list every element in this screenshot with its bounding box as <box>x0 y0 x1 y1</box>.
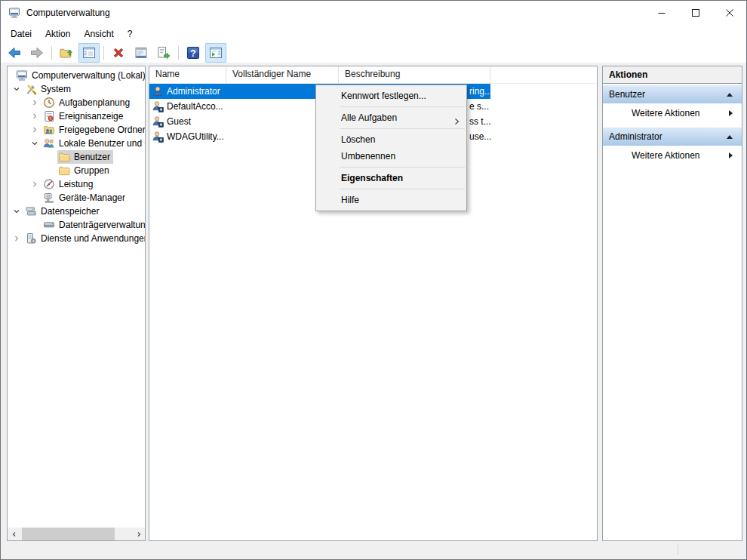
minimize-button[interactable] <box>644 1 678 25</box>
svg-text:?: ? <box>190 48 195 58</box>
list-header: Name Vollständiger Name Beschreibung <box>149 66 597 84</box>
window-controls <box>644 1 746 25</box>
properties-icon <box>134 45 149 60</box>
triangle-right-icon <box>729 110 733 116</box>
actions-section-benutzer[interactable]: Benutzer <box>603 85 742 103</box>
tree-item-label: Gruppen <box>74 165 109 176</box>
tree-item-label: Ereignisanzeige <box>59 111 123 122</box>
console-tree: Computerverwaltung (Lokal) System Aufgab… <box>8 66 145 528</box>
back-button[interactable] <box>4 43 25 63</box>
computer-icon <box>16 69 28 82</box>
status-bar-divider <box>678 543 678 555</box>
event-viewer-icon <box>43 110 55 122</box>
menu-ansicht[interactable]: Ansicht <box>77 26 120 42</box>
description-text: e s... <box>469 99 489 114</box>
tree-item-label: Leistung <box>59 179 93 189</box>
tree-item-ereignisanzeige[interactable]: Ereignisanzeige <box>8 109 145 123</box>
tree-item-label: Freigegebene Ordner <box>59 125 145 135</box>
delete-button[interactable] <box>108 43 129 63</box>
chevron-down-icon[interactable] <box>27 137 42 150</box>
tree-item-datenspeicher[interactable]: Datenspeicher <box>8 205 145 218</box>
expander-placeholder <box>27 191 42 205</box>
tree-item-label: Benutzer <box>74 152 110 162</box>
chevron-right-icon[interactable] <box>9 232 24 245</box>
title-bar: Computerverwaltung <box>1 1 746 25</box>
scroll-left-button[interactable] <box>8 528 20 540</box>
menu-aktion[interactable]: Aktion <box>38 26 77 42</box>
menu-item-alle-aufgaben[interactable]: Alle Aufgaben <box>316 109 466 126</box>
context-menu: Kennwort festlegen... Alle Aufgaben Lösc… <box>315 85 467 211</box>
chevron-right-icon[interactable] <box>27 109 42 123</box>
tree-item-geraete-manager[interactable]: Geräte-Manager <box>8 191 145 205</box>
tree-item-system[interactable]: System <box>8 82 145 96</box>
toolbar-separator <box>103 46 104 60</box>
triangle-up-icon <box>727 135 733 139</box>
menu-item-hilfe[interactable]: Hilfe <box>316 192 466 208</box>
tree-item-gruppen[interactable]: Gruppen <box>8 164 145 177</box>
scroll-right-button[interactable] <box>132 528 145 540</box>
maximize-button[interactable] <box>678 1 712 25</box>
console-tree-pane: Computerverwaltung (Lokal) System Aufgab… <box>7 66 146 541</box>
up-one-level-button[interactable] <box>56 43 77 63</box>
toolbar: ? <box>1 42 746 63</box>
description-text: use... <box>469 129 491 144</box>
menu-item-umbenennen[interactable]: Umbenennen <box>316 148 466 165</box>
actions-item-weitere-aktionen-administrator[interactable]: Weitere Aktionen <box>603 146 742 165</box>
menu-help[interactable]: ? <box>121 26 140 42</box>
tree-item-label: System <box>41 84 71 94</box>
actions-section-administrator[interactable]: Administrator <box>603 128 742 146</box>
delete-icon <box>111 45 126 60</box>
disk-management-icon <box>43 219 55 231</box>
menu-item-kennwort-festlegen[interactable]: Kennwort festlegen... <box>316 88 466 104</box>
column-header-vollstaendiger-name[interactable]: Vollständiger Name <box>226 66 339 83</box>
storage-icon <box>25 205 37 217</box>
system-tools-icon <box>25 83 37 95</box>
show-console-tree-button[interactable] <box>78 43 100 63</box>
tree-item-label: Dienste und Anwendungen <box>41 233 145 244</box>
tree-item-computerverwaltung[interactable]: Computerverwaltung (Lokal) <box>8 69 145 82</box>
user-name: Guest <box>167 116 191 127</box>
chevron-right-icon[interactable] <box>27 177 42 191</box>
toolbar-separator <box>178 46 179 60</box>
chevron-down-icon[interactable] <box>9 82 24 96</box>
forward-button[interactable] <box>26 43 48 63</box>
menu-item-loeschen[interactable]: Löschen <box>316 131 466 148</box>
actions-pane-title: Aktionen <box>603 66 742 84</box>
tree-horizontal-scrollbar[interactable] <box>8 528 145 540</box>
tree-item-lokale-benutzer-und-gruppen[interactable]: Lokale Benutzer und Gruppen <box>8 137 145 150</box>
back-icon <box>7 45 22 60</box>
chevron-left-icon <box>11 531 17 537</box>
menu-datei[interactable]: Datei <box>4 26 38 42</box>
column-header-name[interactable]: Name <box>149 66 226 83</box>
user-name: Administrator <box>167 86 220 97</box>
actions-item-weitere-aktionen-benutzer[interactable]: Weitere Aktionen <box>603 103 742 123</box>
menu-item-eigenschaften[interactable]: Eigenschaften <box>316 170 466 186</box>
chevron-right-icon[interactable] <box>27 123 42 137</box>
expander-placeholder <box>27 218 42 232</box>
scrollbar-thumb[interactable] <box>22 528 115 540</box>
chevron-down-icon[interactable] <box>9 205 24 218</box>
user-disabled-icon <box>152 100 164 112</box>
close-button[interactable] <box>712 1 746 25</box>
export-list-button[interactable] <box>153 43 174 63</box>
tree-item-datentraegerverwaltung[interactable]: Datenträgerverwaltung <box>8 218 145 232</box>
tree-item-benutzer[interactable]: Benutzer <box>8 150 145 164</box>
properties-button[interactable] <box>131 43 152 63</box>
tree-item-aufgabenplanung[interactable]: Aufgabenplanung <box>8 96 145 109</box>
chevron-right-icon[interactable] <box>27 96 42 109</box>
tree-item-dienste-und-anwendungen[interactable]: Dienste und Anwendungen <box>8 232 145 245</box>
services-icon <box>25 232 37 245</box>
tree-item-leistung[interactable]: Leistung <box>8 177 145 191</box>
actions-pane: Aktionen Benutzer Weitere Aktionen Admin… <box>602 66 742 541</box>
menu-separator <box>340 167 465 168</box>
menu-separator <box>340 106 465 107</box>
help-button[interactable]: ? <box>183 43 204 63</box>
tree-item-freigegebene-ordner[interactable]: Freigegebene Ordner <box>8 123 145 137</box>
maximize-icon <box>692 9 699 17</box>
column-header-beschreibung[interactable]: Beschreibung <box>339 66 490 83</box>
users-groups-icon <box>43 137 55 149</box>
help-icon: ? <box>186 45 201 60</box>
show-action-pane-button[interactable] <box>205 43 226 63</box>
chevron-right-icon <box>136 531 142 537</box>
minimize-icon <box>658 9 666 17</box>
